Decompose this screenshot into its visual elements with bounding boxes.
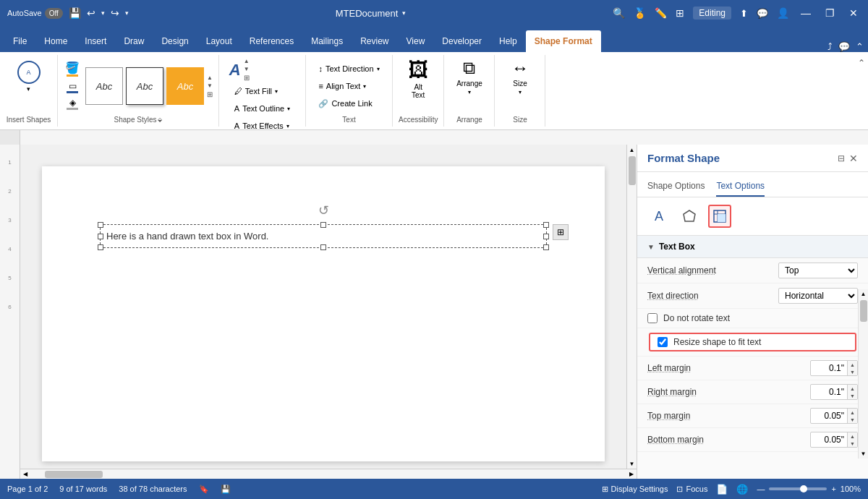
minimize-button[interactable]: — <box>798 7 814 19</box>
text-direction-chevron[interactable]: ▾ <box>377 66 380 72</box>
doc-dropdown-icon[interactable]: ▾ <box>402 9 406 17</box>
words-status[interactable]: 9 of 17 words <box>59 485 107 493</box>
vertical-alignment-select[interactable]: Top Middle Bottom <box>778 263 858 278</box>
wordart-scroll-up[interactable]: ▲ <box>244 58 250 64</box>
top-margin-up[interactable]: ▲ <box>847 409 857 416</box>
resize-shape-checkbox[interactable] <box>658 337 668 347</box>
handle-middle-right[interactable] <box>543 234 549 239</box>
wordart-scroll-down[interactable]: ▼ <box>244 66 250 72</box>
size-dropdown-icon[interactable]: ▾ <box>519 89 522 95</box>
do-not-rotate-checkbox[interactable] <box>647 313 658 323</box>
redo-icon[interactable]: ↪ <box>111 7 119 19</box>
layout-options-button[interactable]: ⊞ <box>553 224 569 240</box>
scroll-thumb[interactable] <box>629 156 636 185</box>
scroll-down-button[interactable]: ▼ <box>627 459 637 469</box>
align-text-chevron[interactable]: ▾ <box>363 83 366 90</box>
ribbon-collapse-icon[interactable]: ⌃ <box>856 41 864 52</box>
tab-review[interactable]: Review <box>352 30 397 52</box>
pen-icon[interactable]: ✏️ <box>655 7 667 19</box>
restore-button[interactable]: ❐ <box>822 7 838 19</box>
zoom-slider[interactable] <box>769 487 827 490</box>
create-link-button[interactable]: 🔗 Create Link <box>313 95 377 111</box>
tab-text-options[interactable]: Text Options <box>716 178 765 197</box>
zoom-in-button[interactable]: + <box>831 485 835 493</box>
ribbon-collapse-btn[interactable]: ⌃ <box>858 58 865 68</box>
zoom-level[interactable]: 100% <box>841 485 861 493</box>
shapes-button[interactable]: A ▾ <box>13 58 45 95</box>
tab-file[interactable]: File <box>4 30 35 52</box>
undo-icon[interactable]: ↩ <box>87 7 95 19</box>
view-mode-web[interactable]: 🌐 <box>736 484 748 495</box>
tab-home[interactable]: Home <box>35 30 76 52</box>
text-fill-button[interactable]: 🖊 Text Fill ▾ <box>229 83 283 99</box>
share-ribbon-icon[interactable]: ⤴ <box>827 41 833 52</box>
share-icon[interactable]: ⬆ <box>740 8 748 19</box>
tab-layout[interactable]: Layout <box>197 30 241 52</box>
text-outline-button[interactable]: A Text Outline ▾ <box>229 101 295 116</box>
arrange-button[interactable]: ⧉ Arrange ▾ <box>456 58 482 95</box>
save-icon[interactable]: 💾 <box>69 7 81 19</box>
panel-scroll-down[interactable]: ▼ <box>859 449 868 459</box>
text-outline-effect-icon-btn[interactable] <box>678 205 701 228</box>
shape-style-preset-1[interactable]: Abc <box>85 67 123 105</box>
scroll-track[interactable] <box>627 155 637 459</box>
panel-scroll-thumb[interactable] <box>860 300 867 322</box>
panel-collapse-button[interactable]: ⊟ <box>838 153 845 163</box>
tab-insert[interactable]: Insert <box>76 30 115 52</box>
textbox-text[interactable]: Here is a hand drawn text box in Word. <box>106 231 540 242</box>
shape-outline-button[interactable]: ▭ <box>64 80 81 95</box>
tab-developer[interactable]: Developer <box>433 30 490 52</box>
panel-close-button[interactable]: ✕ <box>849 153 858 164</box>
tab-view[interactable]: View <box>398 30 434 52</box>
handle-bottom-right[interactable] <box>543 244 549 250</box>
textbox-layout-icon-btn[interactable] <box>708 205 731 228</box>
size-button[interactable]: ↔ Size ▾ <box>511 58 529 95</box>
focus-button[interactable]: ⊡ Focus <box>676 485 707 494</box>
shape-style-preset-2[interactable]: Abc <box>126 67 163 105</box>
rotate-handle[interactable]: ↺ <box>318 202 329 218</box>
view-mode-print[interactable]: 📄 <box>716 484 728 495</box>
hscroll-left-button[interactable]: ◀ <box>20 469 30 479</box>
person-icon[interactable]: 👤 <box>777 7 789 19</box>
tab-references[interactable]: References <box>241 30 302 52</box>
text-fill-effect-icon-btn[interactable]: A <box>647 205 671 228</box>
text-outline-chevron[interactable]: ▾ <box>287 106 290 112</box>
tab-design[interactable]: Design <box>153 30 197 52</box>
tab-help[interactable]: Help <box>490 30 526 52</box>
handle-top-right[interactable] <box>543 222 549 228</box>
align-text-button[interactable]: ≡ Align Text ▾ <box>313 78 371 94</box>
canvas-area[interactable]: ↺ Here is a hand drawn text box in Word. <box>20 145 626 469</box>
editing-label[interactable]: Editing <box>693 7 731 20</box>
handle-middle-left[interactable] <box>98 234 103 239</box>
text-box-selected[interactable]: Here is a hand drawn text box in Word. <box>100 224 547 248</box>
shape-styles-expand-icon[interactable]: ⬙ <box>158 116 162 123</box>
panel-scroll-track[interactable] <box>859 299 868 449</box>
bottom-margin-up[interactable]: ▲ <box>847 432 857 440</box>
shape-style-preset-3[interactable]: Abc <box>166 67 204 105</box>
bookmark-icon[interactable]: 🔖 <box>199 485 209 494</box>
handle-top-left[interactable] <box>98 222 103 228</box>
right-margin-input[interactable] <box>811 385 847 398</box>
arrange-dropdown-icon[interactable]: ▾ <box>468 89 471 95</box>
ribbon-icon[interactable]: 🏅 <box>634 7 646 19</box>
top-margin-down[interactable]: ▼ <box>847 416 857 423</box>
present-icon[interactable]: ⊞ <box>676 7 684 19</box>
tab-shape-options[interactable]: Shape Options <box>647 178 705 197</box>
hscroll-track[interactable] <box>30 469 626 479</box>
save-status-icon[interactable]: 💾 <box>221 485 231 494</box>
zoom-out-button[interactable]: — <box>757 485 765 493</box>
undo-dropdown-icon[interactable]: ▾ <box>101 9 105 17</box>
left-margin-down[interactable]: ▼ <box>847 368 857 375</box>
text-effects-chevron[interactable]: ▾ <box>286 123 289 129</box>
comments-ribbon-icon[interactable]: 💬 <box>838 41 850 52</box>
handle-bottom-middle[interactable] <box>320 244 326 250</box>
tab-mailings[interactable]: Mailings <box>302 30 352 52</box>
section-header-textbox[interactable]: ▼ Text Box <box>637 236 868 258</box>
style-scroll-more[interactable]: ⊞ <box>207 90 213 98</box>
textbox-container[interactable]: ↺ Here is a hand drawn text box in Word. <box>100 224 547 248</box>
right-margin-up[interactable]: ▲ <box>847 385 857 392</box>
top-margin-input[interactable] <box>811 409 847 422</box>
autosave-off-toggle[interactable]: Off <box>45 8 63 19</box>
wordart-scroll-more[interactable]: ⊞ <box>244 74 250 82</box>
text-direction-button[interactable]: ↕ Text Direction ▾ <box>313 61 384 77</box>
